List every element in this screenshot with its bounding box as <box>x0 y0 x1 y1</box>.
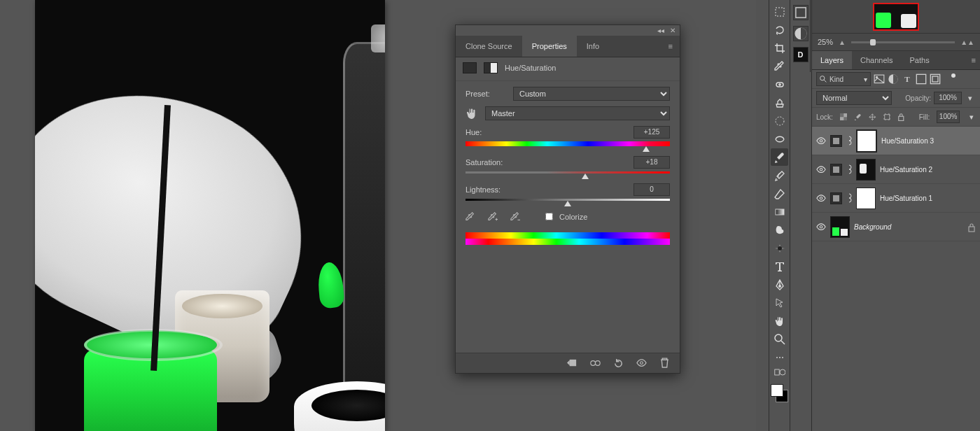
lock-transparency-icon[interactable] <box>840 113 848 122</box>
hue-slider-knob[interactable] <box>643 146 650 152</box>
opacity-value[interactable]: 100% <box>934 92 962 104</box>
lightness-slider-knob[interactable] <box>564 201 571 206</box>
zoom-in-icon[interactable]: ▲▲ <box>960 38 974 46</box>
tab-paths[interactable]: Paths <box>902 51 938 69</box>
marquee-tool-icon[interactable] <box>771 3 788 20</box>
layer-mask-icon[interactable] <box>484 62 498 73</box>
gradient-tool-icon[interactable] <box>771 203 788 220</box>
crop-tool-icon[interactable] <box>771 39 788 57</box>
hue-slider[interactable] <box>465 141 670 146</box>
mask-link-icon[interactable] <box>846 164 852 174</box>
hand-tool-icon[interactable] <box>771 312 788 330</box>
more-tools-icon[interactable]: ⋯ <box>771 348 788 366</box>
lasso-tool-icon[interactable] <box>771 21 788 38</box>
navigator-thumbnail[interactable] <box>873 3 919 31</box>
layer-filter-kind[interactable]: Kind ▾ <box>816 72 871 86</box>
zoom-slider[interactable] <box>851 41 955 43</box>
zoom-tool-icon[interactable] <box>771 330 788 348</box>
history-brush-tool-icon[interactable] <box>771 167 788 184</box>
layer-mask-thumb[interactable] <box>856 188 876 209</box>
tab-clone-source[interactable]: Clone Source <box>456 36 522 57</box>
quick-mask-icon[interactable] <box>771 367 788 378</box>
lock-all-icon[interactable] <box>897 113 905 122</box>
mask-link-icon[interactable] <box>846 136 852 146</box>
tab-channels[interactable]: Channels <box>852 51 901 69</box>
targeted-adjust-tool-icon[interactable] <box>465 107 478 120</box>
fill-value[interactable]: 100% <box>937 111 960 123</box>
zoom-out-icon[interactable]: ▲ <box>839 38 846 46</box>
collapse-icon[interactable]: ◂◂ <box>657 27 664 34</box>
visibility-icon[interactable] <box>636 358 647 368</box>
panel-menu-icon[interactable]: ≡ <box>662 42 680 50</box>
visibility-toggle-icon[interactable] <box>816 164 826 174</box>
trash-icon[interactable] <box>659 358 670 368</box>
saturation-slider-knob[interactable] <box>582 174 589 179</box>
view-previous-state-icon[interactable] <box>590 358 601 368</box>
foreground-color[interactable] <box>771 384 783 397</box>
eyedropper-icon[interactable] <box>465 212 475 222</box>
eyedropper-add-icon[interactable] <box>488 212 498 222</box>
eraser-tool-icon[interactable] <box>771 185 788 202</box>
saturation-value[interactable]: +18 <box>634 156 670 169</box>
clip-to-layer-icon[interactable] <box>567 358 578 368</box>
healing-brush-tool-icon[interactable] <box>771 76 788 93</box>
zoom-value[interactable]: 25% <box>818 38 833 46</box>
color-swatches[interactable] <box>771 384 788 402</box>
colorize-checkbox[interactable]: Colorize <box>542 211 587 222</box>
filter-adjustment-icon[interactable] <box>888 74 899 84</box>
lock-artboard-icon[interactable] <box>883 113 891 122</box>
eyedropper-tool-icon[interactable] <box>771 57 788 75</box>
filter-toggle-icon[interactable] <box>944 74 955 84</box>
opacity-dropdown-icon[interactable]: ▾ <box>965 93 976 103</box>
layer-mask-thumb[interactable] <box>856 159 876 181</box>
filter-type-icon[interactable]: T <box>902 74 913 84</box>
patch-tool-icon[interactable] <box>771 130 788 148</box>
colorize-input[interactable] <box>545 213 553 220</box>
filter-smart-icon[interactable] <box>930 74 941 84</box>
layers-menu-icon[interactable]: ≡ <box>967 51 980 69</box>
visibility-toggle-icon[interactable] <box>816 136 826 146</box>
dodge-tool-icon[interactable] <box>771 239 788 257</box>
filter-shape-icon[interactable] <box>916 74 927 84</box>
blend-mode-select[interactable]: Normal <box>816 91 892 105</box>
hue-range-bar[interactable] <box>465 232 670 245</box>
layer-mask-thumb[interactable] <box>856 129 877 153</box>
brush-tool-icon[interactable] <box>771 148 788 166</box>
lock-position-icon[interactable] <box>869 113 876 122</box>
layer-row[interactable]: Hue/Saturation 1 <box>812 184 980 213</box>
mask-link-icon[interactable] <box>846 193 852 203</box>
layer-name[interactable]: Hue/Saturation 3 <box>881 137 934 145</box>
fill-dropdown-icon[interactable]: ▾ <box>967 112 976 122</box>
smudge-tool-icon[interactable] <box>771 221 788 239</box>
layer-name[interactable]: Hue/Saturation 2 <box>880 166 932 174</box>
background-thumb[interactable] <box>830 216 850 238</box>
collapsed-panel-icon[interactable] <box>793 5 808 20</box>
adjustments-panel-icon[interactable] <box>793 26 808 41</box>
filter-pixel-icon[interactable] <box>874 74 885 84</box>
document-image[interactable] <box>35 0 385 431</box>
layer-name[interactable]: Background <box>854 223 891 231</box>
hue-value[interactable]: +125 <box>634 126 670 139</box>
visibility-toggle-icon[interactable] <box>816 193 826 203</box>
eyedropper-subtract-icon[interactable] <box>510 212 520 222</box>
channel-select[interactable]: Master <box>485 106 670 120</box>
type-tool-icon[interactable] <box>771 257 788 275</box>
layer-name[interactable]: Hue/Saturation 1 <box>880 195 932 202</box>
close-icon[interactable]: ✕ <box>670 27 676 34</box>
saturation-slider[interactable] <box>465 171 670 174</box>
reset-icon[interactable] <box>613 358 624 368</box>
tab-layers[interactable]: Layers <box>812 51 852 69</box>
tab-properties[interactable]: Properties <box>522 36 577 57</box>
path-selection-tool-icon[interactable] <box>771 294 788 311</box>
layer-row[interactable]: Hue/Saturation 2 <box>812 155 980 184</box>
visibility-toggle-icon[interactable] <box>816 222 826 232</box>
lock-icon[interactable] <box>967 222 976 231</box>
preset-select[interactable]: Custom <box>513 87 670 101</box>
layer-row[interactable]: Background <box>812 213 980 241</box>
lightness-slider[interactable] <box>465 199 670 201</box>
tab-info[interactable]: Info <box>577 36 609 57</box>
clone-stamp-tool-icon[interactable] <box>771 94 788 111</box>
quick-selection-tool-icon[interactable] <box>771 112 788 129</box>
lightness-value[interactable]: 0 <box>634 183 670 196</box>
lock-pixels-icon[interactable] <box>854 113 862 122</box>
